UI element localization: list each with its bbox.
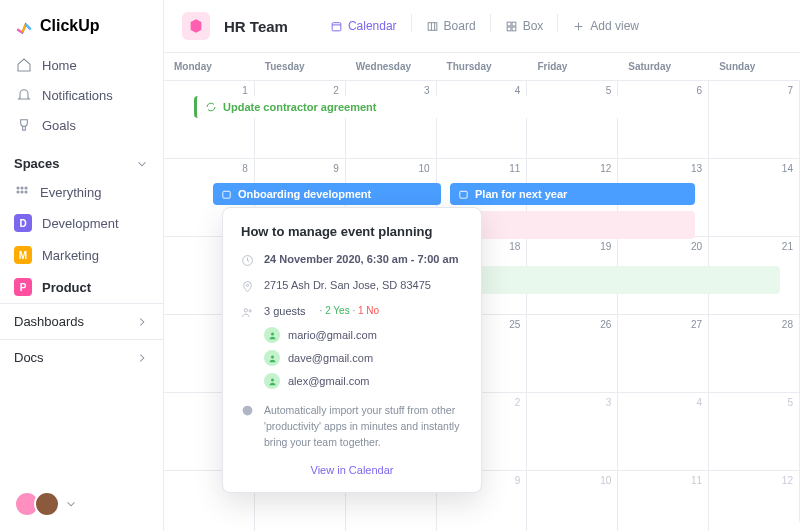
svg-point-18 — [271, 332, 274, 335]
tab-calendar[interactable]: Calendar — [320, 14, 407, 38]
space-development[interactable]: DDevelopment — [0, 207, 163, 239]
tab-board[interactable]: Board — [416, 14, 486, 38]
calendar-cell[interactable]: 7 — [709, 81, 800, 159]
weekday: Saturday — [618, 53, 709, 80]
day-number: 11 — [691, 475, 702, 486]
tab-box[interactable]: Box — [495, 14, 554, 38]
day-number: 13 — [691, 163, 702, 174]
calendar-icon — [221, 189, 232, 200]
chevron-right-icon — [135, 315, 149, 329]
calendar-cell[interactable]: 10 — [527, 471, 618, 531]
guest-row: alex@gmail.com — [264, 373, 463, 389]
space-badge: M — [14, 246, 32, 264]
calendar-cell[interactable]: 3 — [346, 81, 437, 159]
popover-desc: Automatically import your stuff from oth… — [241, 403, 463, 450]
chevron-down-icon — [135, 157, 149, 171]
calendar-cell[interactable]: 28 — [709, 315, 800, 393]
brand-name: ClickUp — [40, 17, 100, 35]
calendar-cell[interactable]: 3 — [527, 393, 618, 471]
calendar-cell[interactable]: 2 — [255, 81, 346, 159]
tab-add-view[interactable]: Add view — [562, 14, 649, 38]
day-number: 3 — [424, 85, 430, 96]
spaces-header[interactable]: Spaces — [0, 144, 163, 177]
nav-home[interactable]: Home — [8, 50, 155, 80]
day-number: 21 — [782, 241, 793, 252]
svg-rect-13 — [460, 191, 467, 198]
calendar-cell[interactable]: 11 — [618, 471, 709, 531]
brand-logo[interactable]: ClickUp — [0, 0, 163, 46]
day-number: 10 — [418, 163, 429, 174]
calendar-cell[interactable]: 4 — [437, 81, 528, 159]
calendar-cell[interactable]: 1 — [164, 81, 255, 159]
event-block[interactable] — [450, 211, 695, 239]
grid-icon — [14, 184, 30, 200]
day-number: 25 — [509, 319, 520, 330]
space-product[interactable]: PProduct — [0, 271, 163, 303]
day-number: 7 — [787, 85, 793, 96]
space-everything[interactable]: Everything — [0, 177, 163, 207]
day-number: 1 — [242, 85, 248, 96]
event-contractor[interactable]: Update contractor agreement — [194, 96, 674, 118]
people-icon — [241, 306, 254, 319]
day-number: 19 — [600, 241, 611, 252]
space-marketing[interactable]: MMarketing — [0, 239, 163, 271]
day-number: 4 — [515, 85, 521, 96]
weekday: Thursday — [437, 53, 528, 80]
day-number: 4 — [697, 397, 703, 408]
svg-rect-8 — [507, 22, 511, 26]
popover-guests: 3 guests· 2 Yes · 1 No — [241, 305, 463, 319]
user-icon — [264, 350, 280, 366]
event-block[interactable] — [450, 266, 780, 294]
day-number: 2 — [333, 85, 339, 96]
svg-point-1 — [21, 187, 23, 189]
clickup-icon — [14, 16, 34, 36]
day-number: 5 — [787, 397, 793, 408]
sidebar-docs[interactable]: Docs — [0, 339, 163, 375]
day-number: 14 — [782, 163, 793, 174]
avatar — [34, 491, 60, 517]
day-number: 5 — [606, 85, 612, 96]
info-icon — [241, 404, 254, 417]
nav-goals[interactable]: Goals — [8, 110, 155, 140]
svg-rect-6 — [332, 22, 341, 30]
svg-point-16 — [244, 309, 247, 312]
guest-row: dave@gmail.com — [264, 350, 463, 366]
weekday-header: Monday Tuesday Wednesday Thursday Friday… — [164, 53, 800, 81]
event-plan[interactable]: Plan for next year — [450, 183, 695, 205]
calendar-cell[interactable]: 5 — [709, 393, 800, 471]
team-badge — [182, 12, 210, 40]
calendar-cell[interactable]: 26 — [527, 315, 618, 393]
user-avatars[interactable] — [0, 477, 163, 531]
event-onboarding[interactable]: Onboarding development — [213, 183, 441, 205]
calendar-cell[interactable]: 14 — [709, 159, 800, 237]
view-in-calendar-link[interactable]: View in Calendar — [241, 464, 463, 476]
topbar: HR Team Calendar Board Box Add view — [164, 0, 800, 53]
day-number: 9 — [333, 163, 339, 174]
calendar-cell[interactable]: 4 — [618, 393, 709, 471]
day-number: 2 — [515, 397, 521, 408]
chevron-down-icon — [64, 497, 78, 511]
calendar-cell[interactable]: 27 — [618, 315, 709, 393]
svg-point-4 — [21, 191, 23, 193]
day-number: 11 — [509, 163, 520, 174]
day-number: 20 — [691, 241, 702, 252]
nav-notifications[interactable]: Notifications — [8, 80, 155, 110]
day-number: 12 — [600, 163, 611, 174]
calendar-icon — [458, 189, 469, 200]
sidebar: ClickUp Home Notifications Goals Spaces … — [0, 0, 164, 531]
day-number: 3 — [606, 397, 612, 408]
user-icon — [264, 373, 280, 389]
calendar-cell[interactable]: 5 — [527, 81, 618, 159]
calendar-cell[interactable]: 6 — [618, 81, 709, 159]
clock-icon — [241, 254, 254, 267]
svg-point-3 — [17, 191, 19, 193]
board-icon — [426, 20, 439, 33]
sidebar-dashboards[interactable]: Dashboards — [0, 303, 163, 339]
svg-point-15 — [246, 284, 248, 286]
calendar-cell[interactable]: 12 — [709, 471, 800, 531]
svg-point-5 — [25, 191, 27, 193]
user-icon — [264, 327, 280, 343]
svg-point-2 — [25, 187, 27, 189]
day-number: 27 — [691, 319, 702, 330]
svg-rect-11 — [512, 27, 516, 31]
